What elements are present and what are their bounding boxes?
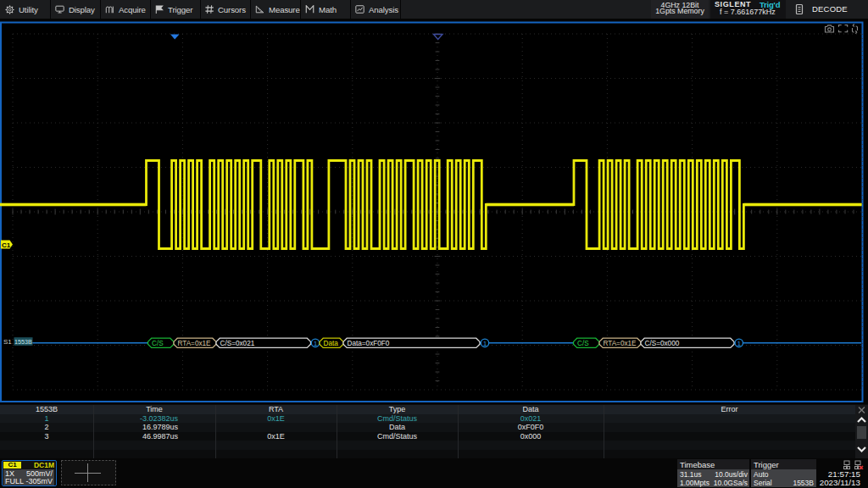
svg-text:RTA=0x1E: RTA=0x1E	[604, 340, 637, 347]
svg-text:RTA=0x1E: RTA=0x1E	[178, 340, 212, 347]
svg-text:C/S: C/S	[152, 340, 164, 347]
svg-text:Data=0xF0F0: Data=0xF0F0	[348, 340, 390, 347]
svg-text:1: 1	[483, 340, 487, 347]
svg-text:1: 1	[314, 340, 317, 347]
svg-text:1553B: 1553B	[14, 338, 32, 346]
svg-text:1: 1	[737, 340, 741, 347]
svg-text:S1: S1	[3, 338, 12, 346]
svg-text:C1: C1	[2, 241, 11, 249]
svg-text:C/S=0x021: C/S=0x021	[220, 340, 255, 347]
svg-text:C/S=0x000: C/S=0x000	[645, 340, 680, 347]
svg-text:Data: Data	[324, 340, 339, 347]
svg-text:C/S: C/S	[577, 340, 589, 347]
